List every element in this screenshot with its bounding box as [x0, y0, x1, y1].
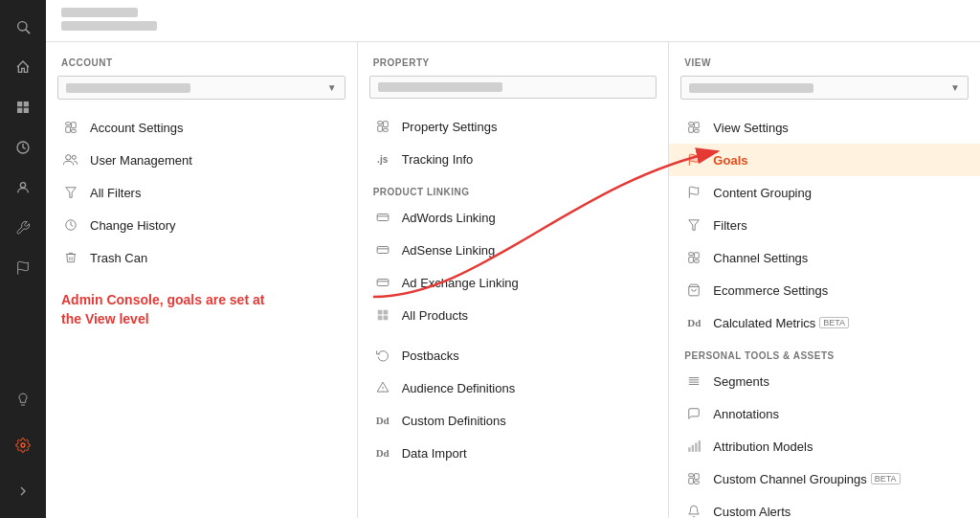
- svg-rect-21: [383, 128, 388, 131]
- svg-rect-10: [66, 123, 71, 125]
- account-panel: ACCOUNT ▼ Account Settings User Manageme…: [46, 42, 358, 518]
- user-management-item[interactable]: User Management: [46, 144, 357, 176]
- product-linking-label: PRODUCT LINKING: [358, 175, 669, 201]
- settings-nav-icon[interactable]: [4, 426, 42, 464]
- svg-rect-19: [377, 125, 382, 131]
- adwords-linking-item[interactable]: AdWords Linking: [358, 201, 669, 234]
- svg-rect-26: [377, 280, 389, 286]
- all-filters-label: All Filters: [90, 186, 141, 200]
- svg-rect-35: [689, 126, 694, 132]
- property-settings-icon: [373, 117, 392, 136]
- ecommerce-settings-item[interactable]: Ecommerce Settings: [669, 274, 980, 306]
- view-settings-icon: [684, 118, 703, 137]
- goals-icon: [684, 150, 703, 169]
- svg-point-15: [72, 155, 76, 159]
- filters-label: Filters: [713, 218, 746, 233]
- ad-exchange-linking-item[interactable]: Ad Exchange Linking: [358, 266, 669, 299]
- svg-rect-31: [383, 316, 388, 321]
- svg-rect-11: [66, 126, 71, 132]
- postbacks-icon: [373, 346, 392, 365]
- svg-rect-42: [689, 257, 694, 262]
- view-settings-item[interactable]: View Settings: [669, 111, 980, 144]
- calculated-metrics-item[interactable]: Dd Calculated Metrics BETA: [669, 306, 980, 339]
- custom-channel-groupings-item[interactable]: Custom Channel Groupings BETA: [669, 462, 980, 495]
- data-import-item[interactable]: Dd Data Import: [358, 437, 669, 469]
- all-products-item[interactable]: All Products: [358, 299, 669, 331]
- trash-can-item[interactable]: Trash Can: [46, 241, 357, 274]
- custom-channel-groupings-badge: BETA: [871, 473, 901, 484]
- svg-rect-57: [695, 481, 700, 484]
- clock-nav-icon[interactable]: [4, 128, 42, 167]
- postbacks-item[interactable]: Postbacks: [358, 339, 669, 372]
- svg-marker-40: [689, 220, 700, 231]
- goals-item[interactable]: Goals: [669, 144, 980, 176]
- channel-settings-item[interactable]: Channel Settings: [669, 241, 980, 274]
- ad-exchange-linking-label: Ad Exchange Linking: [402, 276, 519, 290]
- account-settings-item[interactable]: Account Settings: [46, 111, 357, 144]
- segments-item[interactable]: Segments: [669, 365, 980, 397]
- breadcrumb: [61, 8, 965, 19]
- personal-tools-label: PERSONAL TOOLS & ASSETS: [669, 339, 980, 365]
- audience-definitions-item[interactable]: Audience Definitions: [358, 372, 669, 404]
- goals-label: Goals: [713, 153, 747, 168]
- data-import-icon: Dd: [373, 443, 392, 462]
- home-nav-icon[interactable]: [4, 48, 42, 86]
- change-history-icon: [61, 215, 80, 235]
- svg-rect-51: [692, 445, 694, 452]
- view-settings-label: View Settings: [713, 121, 789, 135]
- svg-rect-36: [695, 123, 700, 128]
- filters-item[interactable]: Filters: [669, 209, 980, 241]
- user-nav-icon[interactable]: [4, 169, 42, 207]
- tracking-info-item[interactable]: .js Tracking Info: [358, 143, 669, 175]
- svg-rect-20: [383, 122, 388, 127]
- content-grouping-icon: [684, 183, 703, 202]
- ecommerce-settings-icon: [684, 281, 703, 300]
- adwords-linking-icon: [373, 208, 392, 227]
- change-history-item[interactable]: Change History: [46, 209, 357, 241]
- search-nav-icon[interactable]: [4, 8, 42, 46]
- svg-rect-24: [377, 247, 389, 254]
- adsense-linking-item[interactable]: AdSense Linking: [358, 234, 669, 266]
- property-dropdown[interactable]: [369, 76, 657, 99]
- svg-rect-28: [377, 310, 382, 315]
- annotations-item[interactable]: Annotations: [669, 397, 980, 430]
- dashboard-nav-icon[interactable]: [4, 88, 42, 126]
- audience-definitions-icon: [373, 378, 392, 397]
- calculated-metrics-label: Calculated Metrics: [713, 316, 815, 330]
- top-header: [46, 0, 980, 42]
- all-products-label: All Products: [402, 308, 468, 323]
- all-filters-item[interactable]: All Filters: [46, 176, 357, 209]
- account-panel-label: ACCOUNT: [46, 57, 357, 76]
- svg-rect-5: [24, 108, 29, 113]
- all-filters-icon: [61, 183, 80, 202]
- segments-label: Segments: [713, 374, 769, 389]
- custom-channel-groupings-icon: [684, 469, 703, 488]
- expand-nav-icon[interactable]: [4, 472, 42, 510]
- view-dropdown[interactable]: ▼: [680, 76, 969, 100]
- svg-rect-56: [695, 474, 700, 480]
- svg-rect-41: [689, 253, 694, 256]
- custom-alerts-item[interactable]: Custom Alerts: [669, 495, 980, 518]
- view-panel: VIEW ▼ View Settings Goals: [669, 42, 980, 518]
- custom-alerts-label: Custom Alerts: [713, 505, 791, 519]
- svg-point-14: [66, 155, 71, 160]
- account-dropdown[interactable]: ▼: [57, 76, 345, 100]
- custom-definitions-item[interactable]: Dd Custom Definitions: [358, 404, 669, 437]
- adwords-linking-label: AdWords Linking: [402, 211, 496, 225]
- audience-definitions-label: Audience Definitions: [402, 381, 516, 395]
- tools-nav-icon[interactable]: [4, 209, 42, 247]
- trash-can-label: Trash Can: [90, 251, 147, 265]
- svg-marker-16: [66, 188, 77, 198]
- svg-rect-37: [695, 129, 700, 132]
- content-grouping-item[interactable]: Content Grouping: [669, 176, 980, 209]
- property-settings-item[interactable]: Property Settings: [358, 110, 669, 143]
- user-management-label: User Management: [90, 153, 192, 168]
- svg-line-1: [26, 30, 30, 34]
- lightbulb-nav-icon[interactable]: [4, 380, 42, 418]
- svg-rect-3: [24, 101, 29, 106]
- attribution-models-item[interactable]: Attribution Models: [669, 430, 980, 462]
- svg-point-7: [20, 183, 25, 188]
- flag-nav-icon[interactable]: [4, 249, 42, 287]
- custom-definitions-icon: Dd: [373, 411, 392, 430]
- svg-rect-34: [689, 123, 694, 125]
